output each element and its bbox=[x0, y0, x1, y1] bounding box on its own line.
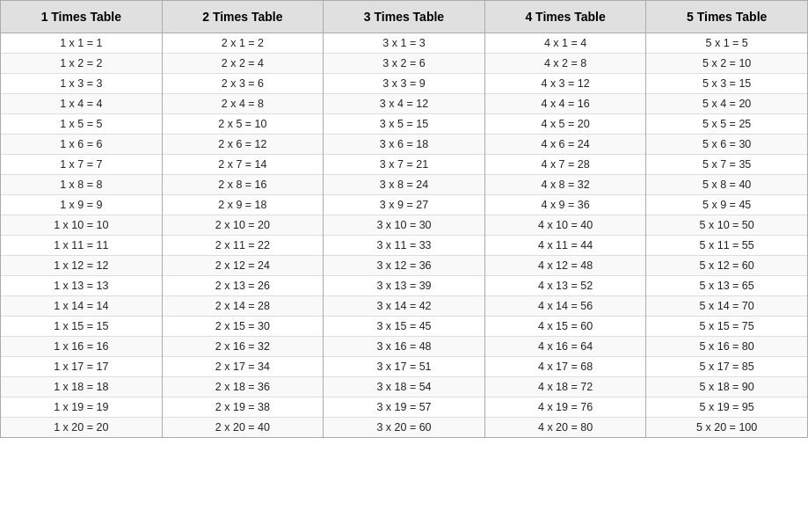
table-row: 2 x 3 = 6 bbox=[163, 74, 324, 94]
table-row: 5 x 3 = 15 bbox=[646, 74, 807, 94]
table-row: 4 x 16 = 64 bbox=[485, 337, 646, 357]
table-row: 4 x 6 = 24 bbox=[485, 135, 646, 155]
table-row: 3 x 15 = 45 bbox=[324, 317, 484, 337]
times-table-container: 1 Times Table1 x 1 = 11 x 2 = 21 x 3 = 3… bbox=[0, 0, 808, 438]
table-row: 1 x 10 = 10 bbox=[1, 215, 162, 236]
table-row: 3 x 6 = 18 bbox=[324, 135, 484, 155]
table-row: 4 x 15 = 60 bbox=[485, 317, 646, 337]
table-row: 1 x 6 = 6 bbox=[1, 135, 162, 155]
table-row: 4 x 4 = 16 bbox=[485, 94, 646, 114]
table-row: 4 x 20 = 80 bbox=[485, 418, 646, 437]
table-row: 3 x 13 = 39 bbox=[324, 276, 484, 296]
times-table-col-3: 3 Times Table3 x 1 = 33 x 2 = 63 x 3 = 9… bbox=[324, 1, 485, 437]
col-rows-4: 4 x 1 = 44 x 2 = 84 x 3 = 124 x 4 = 164 … bbox=[485, 33, 646, 437]
table-row: 1 x 2 = 2 bbox=[1, 54, 162, 74]
table-row: 4 x 12 = 48 bbox=[485, 256, 646, 276]
times-table-col-1: 1 Times Table1 x 1 = 11 x 2 = 21 x 3 = 3… bbox=[1, 1, 163, 437]
table-row: 5 x 14 = 70 bbox=[646, 296, 807, 317]
table-row: 2 x 16 = 32 bbox=[163, 337, 324, 357]
table-row: 2 x 5 = 10 bbox=[163, 114, 324, 135]
table-row: 3 x 18 = 54 bbox=[324, 377, 484, 397]
table-row: 5 x 18 = 90 bbox=[646, 377, 807, 397]
table-row: 4 x 5 = 20 bbox=[485, 114, 646, 135]
col-header-5: 5 Times Table bbox=[646, 1, 807, 33]
table-row: 3 x 4 = 12 bbox=[324, 94, 484, 114]
table-row: 3 x 9 = 27 bbox=[324, 195, 484, 215]
table-row: 3 x 20 = 60 bbox=[324, 418, 484, 437]
table-row: 3 x 10 = 30 bbox=[324, 215, 484, 236]
table-row: 5 x 13 = 65 bbox=[646, 276, 807, 296]
table-row: 5 x 5 = 25 bbox=[646, 114, 807, 135]
table-row: 3 x 8 = 24 bbox=[324, 175, 484, 195]
table-row: 4 x 3 = 12 bbox=[485, 74, 646, 94]
table-row: 3 x 17 = 51 bbox=[324, 357, 484, 377]
table-row: 2 x 10 = 20 bbox=[163, 215, 324, 236]
table-row: 3 x 14 = 42 bbox=[324, 296, 484, 317]
table-row: 1 x 9 = 9 bbox=[1, 195, 162, 215]
table-row: 2 x 8 = 16 bbox=[163, 175, 324, 195]
table-row: 3 x 11 = 33 bbox=[324, 236, 484, 256]
table-row: 4 x 8 = 32 bbox=[485, 175, 646, 195]
table-row: 3 x 3 = 9 bbox=[324, 74, 484, 94]
table-row: 1 x 19 = 19 bbox=[1, 397, 162, 418]
table-row: 5 x 17 = 85 bbox=[646, 357, 807, 377]
table-row: 4 x 14 = 56 bbox=[485, 296, 646, 317]
times-table-col-5: 5 Times Table5 x 1 = 55 x 2 = 105 x 3 = … bbox=[646, 1, 807, 437]
table-row: 2 x 2 = 4 bbox=[163, 54, 324, 74]
col-rows-5: 5 x 1 = 55 x 2 = 105 x 3 = 155 x 4 = 205… bbox=[646, 33, 807, 437]
table-row: 5 x 11 = 55 bbox=[646, 236, 807, 256]
table-row: 2 x 6 = 12 bbox=[163, 135, 324, 155]
table-row: 4 x 10 = 40 bbox=[485, 215, 646, 236]
col-header-1: 1 Times Table bbox=[1, 1, 162, 33]
table-row: 3 x 16 = 48 bbox=[324, 337, 484, 357]
table-row: 1 x 7 = 7 bbox=[1, 155, 162, 175]
table-row: 1 x 12 = 12 bbox=[1, 256, 162, 276]
table-row: 5 x 12 = 60 bbox=[646, 256, 807, 276]
table-row: 4 x 9 = 36 bbox=[485, 195, 646, 215]
table-row: 2 x 15 = 30 bbox=[163, 317, 324, 337]
table-row: 5 x 7 = 35 bbox=[646, 155, 807, 175]
table-row: 1 x 14 = 14 bbox=[1, 296, 162, 317]
col-rows-2: 2 x 1 = 22 x 2 = 42 x 3 = 62 x 4 = 82 x … bbox=[163, 33, 324, 437]
table-row: 1 x 11 = 11 bbox=[1, 236, 162, 256]
table-row: 3 x 19 = 57 bbox=[324, 397, 484, 418]
table-row: 4 x 17 = 68 bbox=[485, 357, 646, 377]
table-row: 5 x 20 = 100 bbox=[646, 418, 807, 437]
table-row: 1 x 4 = 4 bbox=[1, 94, 162, 114]
table-row: 1 x 1 = 1 bbox=[1, 33, 162, 54]
table-row: 5 x 2 = 10 bbox=[646, 54, 807, 74]
table-row: 2 x 19 = 38 bbox=[163, 397, 324, 418]
col-header-2: 2 Times Table bbox=[163, 1, 324, 33]
table-row: 1 x 17 = 17 bbox=[1, 357, 162, 377]
col-header-4: 4 Times Table bbox=[485, 1, 646, 33]
table-row: 3 x 7 = 21 bbox=[324, 155, 484, 175]
table-row: 2 x 14 = 28 bbox=[163, 296, 324, 317]
table-row: 5 x 16 = 80 bbox=[646, 337, 807, 357]
col-header-3: 3 Times Table bbox=[324, 1, 484, 33]
col-rows-1: 1 x 1 = 11 x 2 = 21 x 3 = 31 x 4 = 41 x … bbox=[1, 33, 162, 437]
table-row: 5 x 6 = 30 bbox=[646, 135, 807, 155]
table-row: 3 x 12 = 36 bbox=[324, 256, 484, 276]
table-row: 1 x 20 = 20 bbox=[1, 418, 162, 437]
table-row: 2 x 4 = 8 bbox=[163, 94, 324, 114]
times-table-col-2: 2 Times Table2 x 1 = 22 x 2 = 42 x 3 = 6… bbox=[163, 1, 324, 437]
table-row: 5 x 9 = 45 bbox=[646, 195, 807, 215]
table-row: 4 x 13 = 52 bbox=[485, 276, 646, 296]
times-table-col-4: 4 Times Table4 x 1 = 44 x 2 = 84 x 3 = 1… bbox=[485, 1, 647, 437]
table-row: 2 x 18 = 36 bbox=[163, 377, 324, 397]
table-row: 3 x 1 = 3 bbox=[324, 33, 484, 54]
table-row: 1 x 8 = 8 bbox=[1, 175, 162, 195]
table-row: 1 x 15 = 15 bbox=[1, 317, 162, 337]
table-row: 4 x 1 = 4 bbox=[485, 33, 646, 54]
table-row: 5 x 4 = 20 bbox=[646, 94, 807, 114]
table-row: 2 x 20 = 40 bbox=[163, 418, 324, 437]
table-row: 2 x 1 = 2 bbox=[163, 33, 324, 54]
table-row: 4 x 19 = 76 bbox=[485, 397, 646, 418]
table-row: 5 x 19 = 95 bbox=[646, 397, 807, 418]
table-row: 2 x 7 = 14 bbox=[163, 155, 324, 175]
table-row: 3 x 2 = 6 bbox=[324, 54, 484, 74]
table-row: 4 x 7 = 28 bbox=[485, 155, 646, 175]
table-row: 2 x 11 = 22 bbox=[163, 236, 324, 256]
table-row: 1 x 3 = 3 bbox=[1, 74, 162, 94]
col-rows-3: 3 x 1 = 33 x 2 = 63 x 3 = 93 x 4 = 123 x… bbox=[324, 33, 484, 437]
